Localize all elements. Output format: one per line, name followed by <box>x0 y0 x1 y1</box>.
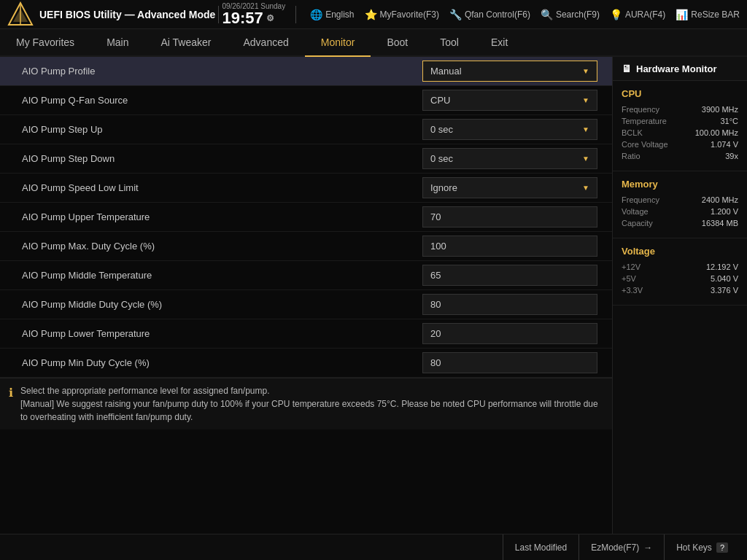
nav-main[interactable]: Main <box>90 29 144 57</box>
settings-list: AIO Pump ProfileManual▼AIO Pump Q-Fan So… <box>0 57 612 378</box>
setting-control-8[interactable]: 80 <box>422 294 597 315</box>
footer-ezmode[interactable]: EzMode(F7) → <box>578 534 664 560</box>
setting-label-1: AIO Pump Q-Fan Source <box>15 95 422 106</box>
footer-last-modified[interactable]: Last Modified <box>503 534 578 560</box>
setting-control-0[interactable]: Manual▼ <box>422 61 597 82</box>
header: UEFI BIOS Utility — Advanced Mode 09/26/… <box>0 0 747 29</box>
nav-advanced[interactable]: Advanced <box>227 29 304 57</box>
hw-value-2-1: 5.040 V <box>711 274 738 283</box>
value-input-7[interactable]: 65 <box>422 265 597 286</box>
search-icon: 🔍 <box>541 9 553 20</box>
setting-row-1[interactable]: AIO Pump Q-Fan SourceCPU▼ <box>0 86 612 115</box>
nav-aitweaker[interactable]: Ai Tweaker <box>144 29 227 57</box>
aura-icon: 💡 <box>610 9 622 20</box>
info-bar: ℹ Select the appropriate performance lev… <box>0 378 612 429</box>
setting-control-3[interactable]: 0 sec▼ <box>422 148 597 169</box>
hw-row-2-2: +3.3V3.376 V <box>622 286 738 295</box>
hw-row-2-0: +12V12.192 V <box>622 262 738 271</box>
toolbar-english[interactable]: 🌐 English <box>310 9 354 20</box>
dropdown-4[interactable]: Ignore▼ <box>422 177 597 198</box>
setting-label-6: AIO Pump Max. Duty Cycle (%) <box>15 241 422 252</box>
setting-row-10[interactable]: AIO Pump Min Duty Cycle (%)80 <box>0 349 612 378</box>
dropdown-arrow-icon: ▼ <box>582 184 589 192</box>
toolbar-aura-label: AURA(F4) <box>625 9 665 20</box>
setting-control-1[interactable]: CPU▼ <box>422 90 597 111</box>
dropdown-1[interactable]: CPU▼ <box>422 90 597 111</box>
nav-monitor[interactable]: Monitor <box>305 29 371 57</box>
footer-hotkeys[interactable]: Hot Keys ? <box>664 534 740 560</box>
time-settings-icon[interactable]: ⚙ <box>266 14 274 23</box>
hw-label-0-1: Temperature <box>622 117 667 125</box>
setting-control-9[interactable]: 20 <box>422 323 597 344</box>
hw-value-0-3: 1.074 V <box>711 140 738 149</box>
hw-section-0: CPUFrequency3900 MHzTemperature31°CBCLK1… <box>613 81 747 171</box>
setting-row-3[interactable]: AIO Pump Step Down0 sec▼ <box>0 144 612 174</box>
hw-value-0-0: 3900 MHz <box>702 105 738 114</box>
setting-control-7[interactable]: 65 <box>422 265 597 286</box>
hw-row-1-2: Capacity16384 MB <box>622 219 738 228</box>
nav-boot[interactable]: Boot <box>371 29 424 57</box>
value-input-9[interactable]: 20 <box>422 323 597 344</box>
setting-control-2[interactable]: 0 sec▼ <box>422 119 597 140</box>
setting-label-4: AIO Pump Speed Low Limit <box>15 182 422 193</box>
dropdown-0[interactable]: Manual▼ <box>422 61 597 82</box>
ezmode-arrow-icon: → <box>643 542 652 553</box>
hw-section-2: Voltage+12V12.192 V+5V5.040 V+3.3V3.376 … <box>613 238 747 306</box>
dropdown-arrow-icon: ▼ <box>582 125 589 133</box>
value-input-10[interactable]: 80 <box>422 352 597 373</box>
value-input-6[interactable]: 100 <box>422 236 597 257</box>
setting-row-5[interactable]: AIO Pump Upper Temperature70 <box>0 203 612 232</box>
hw-sections: CPUFrequency3900 MHzTemperature31°CBCLK1… <box>613 81 747 306</box>
qfan-icon: 🔧 <box>449 9 462 20</box>
content-area: AIO Pump ProfileManual▼AIO Pump Q-Fan So… <box>0 57 612 534</box>
hw-section-1: MemoryFrequency2400 MHzVoltage1.200 VCap… <box>613 171 747 238</box>
hw-section-title-0: CPU <box>622 88 738 99</box>
divider <box>218 6 219 23</box>
hw-value-0-1: 31°C <box>720 117 738 125</box>
setting-row-8[interactable]: AIO Pump Middle Duty Cycle (%)80 <box>0 290 612 319</box>
divider2 <box>295 6 296 23</box>
setting-row-6[interactable]: AIO Pump Max. Duty Cycle (%)100 <box>0 232 612 261</box>
setting-label-2: AIO Pump Step Up <box>15 124 422 135</box>
footer-wrapper: Last Modified EzMode(F7) → Hot Keys ? Ve… <box>0 534 747 560</box>
setting-row-7[interactable]: AIO Pump Middle Temperature65 <box>0 261 612 290</box>
hw-label-2-1: +5V <box>622 274 636 283</box>
setting-row-2[interactable]: AIO Pump Step Up0 sec▼ <box>0 115 612 144</box>
nav-exit[interactable]: Exit <box>475 29 524 57</box>
setting-row-9[interactable]: AIO Pump Lower Temperature20 <box>0 319 612 349</box>
info-icon: ℹ <box>9 386 13 400</box>
setting-control-6[interactable]: 100 <box>422 236 597 257</box>
hw-label-2-0: +12V <box>622 262 640 271</box>
toolbar-myfavorite[interactable]: ⭐ MyFavorite(F3) <box>365 9 439 20</box>
setting-label-10: AIO Pump Min Duty Cycle (%) <box>15 357 422 368</box>
globe-icon: 🌐 <box>310 9 322 20</box>
hw-value-1-1: 1.200 V <box>711 207 738 216</box>
hotkeys-key-badge: ? <box>716 542 728 553</box>
hw-row-1-0: Frequency2400 MHz <box>622 195 738 204</box>
resizebar-icon: 📊 <box>676 9 688 20</box>
setting-control-10[interactable]: 80 <box>422 352 597 373</box>
toolbar-resizebar[interactable]: 📊 ReSize BAR <box>676 9 740 20</box>
hw-section-title-1: Memory <box>622 179 738 190</box>
hw-label-1-1: Voltage <box>622 207 649 216</box>
setting-row-4[interactable]: AIO Pump Speed Low LimitIgnore▼ <box>0 174 612 203</box>
toolbar-english-label: English <box>325 9 354 20</box>
value-input-5[interactable]: 70 <box>422 206 597 228</box>
setting-control-5[interactable]: 70 <box>422 206 597 228</box>
nav-tool[interactable]: Tool <box>424 29 475 57</box>
setting-label-7: AIO Pump Middle Temperature <box>15 270 422 281</box>
hw-value-0-4: 39x <box>725 152 738 160</box>
toolbar-search[interactable]: 🔍 Search(F9) <box>541 9 600 20</box>
dropdown-arrow-icon: ▼ <box>582 155 589 163</box>
nav-myfavorites[interactable]: My Favorites <box>0 29 90 57</box>
toolbar-aura[interactable]: 💡 AURA(F4) <box>610 9 665 20</box>
dropdown-3[interactable]: 0 sec▼ <box>422 148 597 169</box>
value-input-8[interactable]: 80 <box>422 294 597 315</box>
dropdown-2[interactable]: 0 sec▼ <box>422 119 597 140</box>
hardware-monitor-sidebar: 🖥 Hardware Monitor CPUFrequency3900 MHzT… <box>612 57 747 534</box>
setting-row-0[interactable]: AIO Pump ProfileManual▼ <box>0 57 612 86</box>
hw-row-0-0: Frequency3900 MHz <box>622 105 738 114</box>
datetime-area: 09/26/2021 Sunday 19:57 ⚙ <box>222 2 285 26</box>
toolbar-qfan[interactable]: 🔧 Qfan Control(F6) <box>449 9 530 20</box>
setting-control-4[interactable]: Ignore▼ <box>422 177 597 198</box>
